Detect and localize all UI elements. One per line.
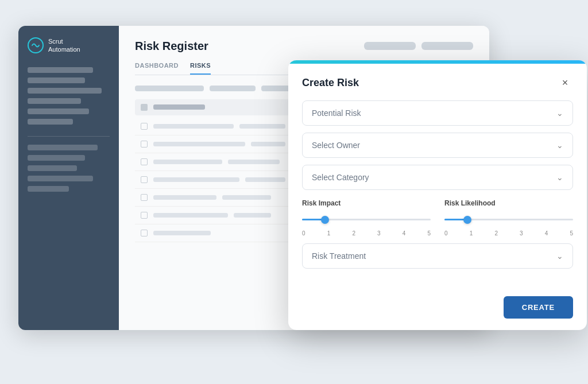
- main-content: Risk Register DASHBOARD RISKS: [119, 26, 489, 330]
- table-row[interactable]: [135, 135, 473, 153]
- sidebar-item[interactable]: [28, 145, 98, 150]
- logo-text: Scrut Automation: [48, 37, 80, 54]
- sidebar-logo: Scrut Automation: [28, 37, 110, 54]
- tick-5: 5: [570, 230, 573, 236]
- tab-dashboard[interactable]: DASHBOARD: [135, 62, 179, 75]
- sidebar-item[interactable]: [28, 108, 89, 114]
- table-header-checkbox[interactable]: [141, 104, 148, 111]
- row-checkbox[interactable]: [141, 212, 148, 219]
- sidebar-item[interactable]: [28, 165, 77, 171]
- table-row[interactable]: [135, 189, 473, 207]
- table-header-label: [153, 104, 205, 110]
- potential-risk-chevron-icon: ⌄: [556, 108, 563, 118]
- sidebar-item[interactable]: [28, 67, 93, 73]
- table-row[interactable]: [135, 171, 473, 189]
- row-cell: [239, 124, 285, 129]
- header-actions: [364, 42, 473, 50]
- row-cell: [153, 195, 216, 200]
- sidebar-nav-secondary: [28, 145, 110, 192]
- scrut-logo-icon: [28, 37, 44, 53]
- filter-dropdown-2[interactable]: [261, 86, 296, 91]
- row-cell: [153, 213, 228, 218]
- tab-risks[interactable]: RISKS: [190, 62, 211, 75]
- row-checkbox[interactable]: [141, 141, 148, 148]
- row-cell: [228, 160, 280, 164]
- select-category-chevron-icon: ⌄: [556, 173, 563, 182]
- create-button[interactable]: CREATE: [504, 296, 573, 319]
- sidebar-item[interactable]: [28, 98, 81, 104]
- row-cell: [222, 195, 271, 200]
- sidebar-item[interactable]: [28, 155, 85, 161]
- table-row[interactable]: [135, 207, 473, 224]
- page-header: Risk Register: [135, 40, 473, 53]
- filter-bar: [135, 86, 473, 91]
- tick-2: 2: [494, 230, 498, 236]
- sidebar-item[interactable]: [28, 77, 85, 83]
- page-title: Risk Register: [135, 40, 208, 53]
- row-cell: [153, 177, 239, 182]
- row-checkbox[interactable]: [141, 158, 148, 165]
- modal-close-button[interactable]: ×: [557, 75, 573, 91]
- row-cell: [234, 213, 271, 218]
- row-checkbox[interactable]: [141, 230, 148, 236]
- sidebar-item[interactable]: [28, 88, 102, 94]
- tab-bar: DASHBOARD RISKS: [135, 62, 473, 75]
- risk-treatment-chevron-icon: ⌄: [556, 251, 563, 261]
- tick-3: 3: [520, 230, 523, 236]
- row-checkbox[interactable]: [141, 123, 148, 130]
- row-cell: [153, 124, 234, 129]
- row-checkbox[interactable]: [141, 176, 148, 183]
- row-cell: [153, 160, 222, 164]
- select-owner-chevron-icon: ⌄: [556, 141, 563, 150]
- filter-button[interactable]: [444, 86, 473, 91]
- sidebar-divider: [28, 136, 110, 137]
- sidebar-item[interactable]: [28, 186, 69, 192]
- table-row[interactable]: [135, 153, 473, 171]
- row-cell: [153, 231, 211, 235]
- sidebar-nav-primary: [28, 67, 110, 125]
- header-button-1[interactable]: [364, 42, 416, 50]
- tick-4: 4: [545, 230, 548, 236]
- sidebar-item[interactable]: [28, 119, 73, 125]
- table-row[interactable]: [135, 118, 473, 135]
- sidebar: Scrut Automation: [18, 26, 119, 330]
- row-cell: [153, 142, 245, 146]
- app-window: Scrut Automation: [18, 26, 489, 330]
- row-checkbox[interactable]: [141, 194, 148, 201]
- filter-dropdown-1[interactable]: [210, 86, 256, 91]
- row-cell: [251, 142, 285, 146]
- table-row[interactable]: [135, 224, 473, 242]
- sidebar-item[interactable]: [28, 176, 93, 181]
- filter-search[interactable]: [135, 86, 204, 91]
- row-cell: [245, 177, 285, 182]
- table-header: [135, 99, 473, 115]
- header-button-2[interactable]: [421, 42, 473, 50]
